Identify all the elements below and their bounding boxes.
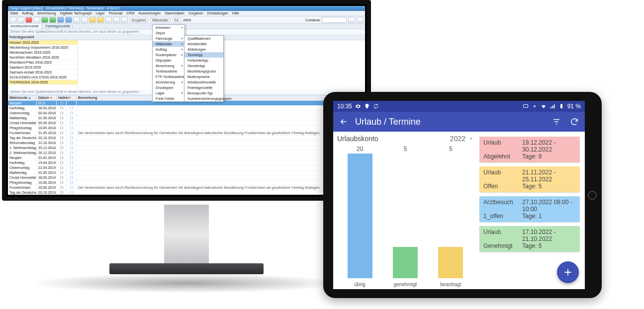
menu-item[interactable]: FTP-Textbausteine <box>153 74 184 79</box>
toolbar-button[interactable] <box>348 17 355 23</box>
menubar-item[interactable]: Auswertungen <box>136 11 163 16</box>
leave-card[interactable]: Urlaub21.11.2022 - 25.11.2022OffenTage: … <box>479 166 580 192</box>
menu-item[interactable]: Textbausteine <box>153 69 184 74</box>
menu-item[interactable]: Stundentyp <box>184 63 223 69</box>
fab-add-button[interactable] <box>557 261 579 283</box>
table-row[interactable]: Fronleichnam20.06.2019☐☐Der Innenministe… <box>8 185 365 190</box>
toolbar-button[interactable] <box>97 17 104 23</box>
menu-item[interactable]: Arbeitsmittel <box>184 41 223 47</box>
table-row[interactable]: Karfreitag30.03.2018☐☐ <box>8 106 365 111</box>
menubar-item[interactable]: Lager <box>94 11 107 16</box>
toolbar-button[interactable] <box>89 17 96 23</box>
table-row[interactable]: Karfreitag19.04.2019☐☐ <box>8 160 365 165</box>
menu-item[interactable]: Muttersprache <box>184 74 223 79</box>
model-row[interactable]: Saarland 2018-2020 <box>8 65 78 70</box>
toolbar-button[interactable] <box>73 17 80 23</box>
menu-item[interactable]: Routenplaner <box>153 52 184 58</box>
menu-item[interactable]: Adressen <box>153 25 184 30</box>
table-row[interactable]: Neujahr01.01.2019☐☐ <box>8 155 365 160</box>
table-row[interactable]: Maifeiertag01.05.2019☐☐ <box>8 170 365 175</box>
table-row[interactable]: Pfingstmontag10.06.2019☐☐ <box>8 180 365 185</box>
menu-item[interactable]: Fehlzeitentyp <box>184 58 223 63</box>
grid-col-halber-tag[interactable]: Halber Tag <box>57 95 67 100</box>
toolbar-button[interactable] <box>41 17 48 23</box>
table-row[interactable]: Tag der Deutschen Einheit03.10.2019☐☐ <box>8 190 365 195</box>
grid-body[interactable]: Neujahr01.0☐☐Karfreitag30.03.2018☐☐Oster… <box>8 101 365 195</box>
toolbar-button[interactable] <box>17 17 24 23</box>
toolbar-button[interactable] <box>121 17 128 23</box>
grid-col-matchcode[interactable]: Matchcode▴ <box>8 95 37 100</box>
menubar-item[interactable]: Datei <box>8 11 20 16</box>
refresh-icon[interactable] <box>570 117 579 126</box>
menu-item[interactable]: Mitarbeiter <box>153 41 184 47</box>
filter-icon[interactable] <box>552 117 561 126</box>
table-row[interactable]: Ostermontag22.04.2019☐☐ <box>8 165 365 170</box>
menu-item[interactable]: Fahrzeuge <box>153 36 184 41</box>
table-row[interactable]: Christi Himmelfahrt05.05.2018☐☐ <box>8 121 365 126</box>
menu-item[interactable]: Drucktypen <box>153 85 184 90</box>
container-input[interactable] <box>322 17 347 23</box>
toolbar-button[interactable] <box>9 17 16 23</box>
table-row[interactable]: Christi Himmelfahrt30.05.2019☐☐ <box>8 175 365 180</box>
menubar-item[interactable]: CRM <box>124 11 136 16</box>
menu-item[interactable]: Lager <box>153 90 184 96</box>
leave-card[interactable]: Urlaub19.12.2022 - 30.12.2022AbgelehntTa… <box>479 137 580 162</box>
submenu-mitarbeiter[interactable]: QualifikationenArbeitsmittelAbteilungenT… <box>184 35 224 102</box>
table-row[interactable]: 2. Weihnachtstag26.12.2018☐☐ <box>8 151 365 155</box>
model-row[interactable]: Mecklenburg-Vorpommern 2018-2020 <box>8 45 78 50</box>
leave-card[interactable]: Arztbesuch27.10.2022 08:00 - 10:001_offe… <box>479 196 580 222</box>
grid-col-datum[interactable]: Datum▾ <box>37 95 57 100</box>
model-row[interactable]: Sachsen-Anhalt 2018-2020 <box>8 70 78 75</box>
toolbar-button[interactable] <box>105 17 112 23</box>
menubar-item[interactable]: Stammdaten <box>163 11 186 16</box>
model-row[interactable]: Hessen 2018-2020 <box>8 40 78 45</box>
toolbar-button[interactable] <box>33 17 40 23</box>
breadcrumb-segment[interactable]: Vorgaben <box>129 18 148 22</box>
grid-col-icon[interactable]: ▾ <box>67 95 77 100</box>
menu-item[interactable]: Sozialversicherungsgruppen <box>184 96 223 101</box>
menu-item[interactable]: Freie Felder <box>153 96 184 101</box>
toolbar-button[interactable] <box>65 17 72 23</box>
menu-item[interactable]: Dispoplan <box>153 58 184 63</box>
leave-card[interactable]: Urlaub17.10.2022 - 21.10.2022GenehmigtTa… <box>479 226 580 252</box>
table-row[interactable]: Maifeiertag01.05.2018☐☐ <box>8 116 365 121</box>
model-row[interactable]: THÜRINGEN 2018-2020 <box>8 80 78 85</box>
toolbar-button[interactable] <box>113 17 120 23</box>
menubar-item[interactable]: Auftrag <box>20 11 35 16</box>
menubar-item[interactable]: Abrechnung <box>35 11 58 16</box>
toolbar-button[interactable] <box>49 17 56 23</box>
tablet-home-button[interactable] <box>588 191 597 200</box>
menu-item[interactable]: Abrechnung <box>153 63 184 69</box>
menubar-item[interactable]: Personal <box>107 11 125 16</box>
breadcrumb-segment[interactable]: Mitarbeiter <box>150 18 171 22</box>
menubar-item[interactable]: Digitaler Tachograph <box>58 11 94 16</box>
menu-item[interactable]: Qualifikationen <box>184 36 223 41</box>
toolbar-button[interactable] <box>357 17 364 23</box>
table-row[interactable]: Ostermontag02.04.2018☐☐ <box>8 111 365 116</box>
menu-vorgaben[interactable]: AdressenDepotFahrzeugeMitarbeiterAuftrag… <box>152 24 185 102</box>
menubar-item[interactable]: Hilfe <box>230 11 241 16</box>
menubar-item[interactable]: Vorgaben <box>186 11 205 16</box>
menu-item[interactable]: Auftrag <box>153 47 184 52</box>
model-row[interactable]: SCHLESWIG-HOLSTEIN 2018-2020 <box>8 75 78 80</box>
toolbar-button[interactable] <box>25 17 32 23</box>
menu-item[interactable]: Feiertagmodelle <box>184 85 223 90</box>
tab-arbeitszeitmodelle[interactable]: Arbeitszeitmodelle <box>8 24 42 29</box>
menu-item[interactable]: Termintyp <box>184 52 223 58</box>
year-dropdown[interactable]: 2022 <box>450 135 473 143</box>
model-row[interactable]: Nordrhein-Westfalen 2018-2020 <box>8 55 78 60</box>
toolbar-button[interactable] <box>57 17 64 23</box>
tab-feiertagmodelle[interactable]: Feiertagmodelle <box>43 24 73 29</box>
menu-item[interactable]: Depot <box>153 30 184 36</box>
menu-item[interactable]: Abteilungen <box>184 47 223 52</box>
table-row[interactable]: Tag der Deutschen Einheit03.10.2018☐☐ <box>8 136 365 141</box>
breadcrumb-segment[interactable]: Fe <box>173 18 181 22</box>
menu-item[interactable]: Beurteilungsgrund <box>184 69 223 74</box>
table-row[interactable]: Pfingstmontag10.05.2018☐☐ <box>8 126 365 131</box>
menu-item[interactable]: Bonuspunkt-Typ <box>184 90 223 96</box>
model-list[interactable]: Hessen 2018-2020Mecklenburg-Vorpommern 2… <box>8 40 78 89</box>
toolbar-button[interactable] <box>81 17 88 23</box>
menubar-item[interactable]: Einstellungen <box>205 11 230 16</box>
table-row[interactable]: Reformationstag31.10.2018☐☐ <box>8 141 365 146</box>
model-row[interactable]: Rheinland-Pfalz 2018-2020 <box>8 60 78 65</box>
